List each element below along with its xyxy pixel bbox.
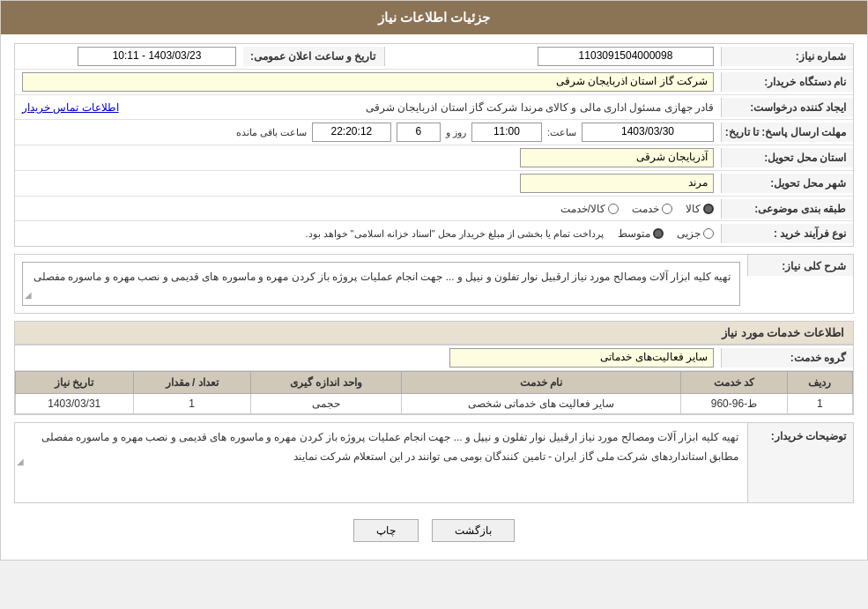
description-text: تهیه کلیه ابزار آلات ومصالح مورد نیاز ار… [22, 262, 740, 306]
cell-unit: حجمی [250, 394, 401, 414]
order-number-label: شماره نیاز: [721, 47, 853, 66]
buyer-notes-text: تهیه کلیه ابزار آلات ومصالح مورد نیاز ار… [15, 423, 747, 472]
col-code: کد خدمت [681, 372, 787, 394]
back-button[interactable]: بازگشت [432, 519, 515, 542]
province-row: استان محل تحویل: آذربایجان شرقی [15, 145, 853, 171]
announce-label: تاریخ و ساعت اعلان عمومی: [243, 47, 385, 66]
deadline-date-input: 1403/03/30 [582, 123, 714, 142]
province-input: آذربایجان شرقی [520, 148, 714, 167]
process-label: نوع فرآیند خرید : [721, 224, 853, 243]
contact-link[interactable]: اطلاعات تماس خریدار [22, 101, 119, 114]
process-row: نوع فرآیند خرید : جزیی متوسط پرداخت تمام… [15, 221, 853, 246]
services-table-body: 1 ط-96-960 سایر فعالیت های خدماتی شخصی ح… [16, 394, 853, 414]
page-header: جزئیات اطلاعات نیاز [1, 1, 867, 34]
creator-value: قادر جهازی مسئول اداری مالی و کالای مرند… [124, 101, 714, 114]
category-option-3[interactable]: کالا/خدمت [560, 203, 619, 215]
col-rownum: ردیف [787, 372, 852, 394]
col-unit: واحد اندازه گیری [250, 372, 401, 394]
city-input: مرند [520, 174, 714, 193]
cell-rownum: 1 [787, 394, 852, 414]
resize-icon: ◢ [25, 287, 32, 303]
category-radio-3[interactable] [608, 204, 619, 214]
category-option-1[interactable]: کالا [686, 203, 714, 215]
page-title: جزئیات اطلاعات نیاز [378, 10, 490, 25]
creator-value-cell: قادر جهازی مسئول اداری مالی و کالای مرند… [15, 99, 721, 116]
city-value-cell: مرند [15, 171, 721, 196]
cell-date: 1403/03/31 [16, 394, 134, 414]
services-form: گروه خدمت: سایر فعالیت‌های خدماتی ردیف ک… [14, 345, 854, 415]
services-header-row: ردیف کد خدمت نام خدمت واحد اندازه گیری ت… [16, 372, 853, 394]
cell-name: سایر فعالیت های خدماتی شخصی [401, 394, 681, 414]
services-table-head: ردیف کد خدمت نام خدمت واحد اندازه گیری ت… [16, 372, 853, 394]
category-label-3: کالا/خدمت [560, 203, 605, 215]
order-number-value-cell: 1103091504000098 [385, 44, 721, 69]
col-name: نام خدمت [401, 372, 681, 394]
creator-label: ایجاد کننده درخواست: [721, 98, 853, 117]
category-radio-1[interactable] [703, 204, 714, 214]
category-option-2[interactable]: خدمت [632, 203, 672, 215]
deadline-day-label: روز و [446, 127, 466, 138]
services-table: ردیف کد خدمت نام خدمت واحد اندازه گیری ت… [15, 371, 853, 414]
city-label: شهر محل تحویل: [721, 174, 853, 193]
category-radio-group: کالا خدمت کالا/خدمت [560, 203, 714, 215]
cell-qty: 1 [133, 394, 250, 414]
page-container: جزئیات اطلاعات نیاز شماره نیاز: 11030915… [0, 0, 868, 561]
deadline-remaining-label: ساعت باقی مانده [236, 127, 307, 138]
province-label: استان محل تحویل: [721, 148, 853, 167]
city-row: شهر محل تحویل: مرند [15, 171, 853, 197]
process-label-2: متوسط [618, 227, 650, 240]
group-row: گروه خدمت: سایر فعالیت‌های خدماتی [15, 345, 853, 371]
process-option-1[interactable]: جزیی [677, 227, 714, 240]
category-label-1: کالا [686, 203, 701, 215]
process-option-2[interactable]: متوسط [618, 227, 664, 240]
description-row: شرح کلی نیاز: تهیه کلیه ابزار آلات ومصال… [15, 255, 853, 313]
deadline-value-cell: 1403/03/30 ساعت: 11:00 روز و 6 22:20:12 … [15, 120, 721, 145]
announce-value-cell: 1403/03/23 - 10:11 [15, 44, 243, 69]
deadline-days-input: 6 [397, 123, 441, 142]
category-radio-2[interactable] [662, 204, 672, 214]
services-section: اطلاعات خدمات مورد نیاز گروه خدمت: سایر … [14, 321, 854, 415]
main-form: شماره نیاز: 1103091504000098 تاریخ و ساع… [14, 43, 854, 247]
description-section: شرح کلی نیاز: تهیه کلیه ابزار آلات ومصال… [14, 254, 854, 314]
process-radio-2[interactable] [653, 228, 664, 239]
group-value: سایر فعالیت‌های خدماتی [15, 345, 721, 370]
province-value-cell: آذربایجان شرقی [15, 145, 721, 170]
process-note: پرداخت تمام یا بخشی از مبلغ خریدار محل "… [305, 228, 604, 240]
category-label: طبقه بندی موضوعی: [721, 199, 853, 219]
requester-value-cell: شرکت گاز استان اذربایجان شرقی [15, 70, 721, 94]
table-row: 1 ط-96-960 سایر فعالیت های خدماتی شخصی ح… [16, 394, 853, 414]
main-content: شماره نیاز: 1103091504000098 تاریخ و ساع… [1, 34, 867, 560]
resize-icon-2: ◢ [17, 454, 24, 470]
category-label-2: خدمت [632, 203, 659, 215]
order-number-row: شماره نیاز: 1103091504000098 تاریخ و ساع… [15, 44, 853, 70]
category-row: طبقه بندی موضوعی: کالا خدمت [15, 197, 853, 221]
deadline-remaining-input: 22:20:12 [312, 123, 391, 142]
process-radio-1[interactable] [703, 228, 714, 239]
print-button[interactable]: چاپ [353, 519, 419, 542]
category-value-cell: کالا خدمت کالا/خدمت [15, 200, 721, 218]
cell-code: ط-96-960 [681, 394, 787, 414]
deadline-time-label: ساعت: [547, 127, 576, 138]
buyer-notes-section: توضیحات خریدار: تهیه کلیه ابزار آلات ومص… [14, 422, 854, 503]
group-input: سایر فعالیت‌های خدماتی [449, 348, 714, 368]
services-header: اطلاعات خدمات مورد نیاز [14, 321, 854, 345]
buyer-notes-label: توضیحات خریدار: [747, 423, 853, 502]
process-value-cell: جزیی متوسط پرداخت تمام یا بخشی از مبلغ خ… [15, 225, 721, 242]
process-label-1: جزیی [677, 227, 701, 240]
deadline-label: مهلت ارسال پاسخ: تا تاریخ: [721, 123, 853, 142]
group-label: گروه خدمت: [721, 348, 853, 368]
button-row: بازگشت چاپ [14, 510, 854, 551]
col-qty: تعداد / مقدار [133, 372, 250, 394]
announce-input: 1403/03/23 - 10:11 [78, 47, 236, 66]
col-date: تاریخ نیاز [16, 372, 134, 394]
deadline-inner: 1403/03/30 ساعت: 11:00 روز و 6 22:20:12 … [236, 123, 714, 142]
creator-row: ایجاد کننده درخواست: قادر جهازی مسئول اد… [15, 95, 853, 120]
requester-row: نام دستگاه خریدار: شرکت گاز استان اذربای… [15, 70, 853, 95]
deadline-row: مهلت ارسال پاسخ: تا تاریخ: 1403/03/30 سا… [15, 120, 853, 145]
requester-input: شرکت گاز استان اذربایجان شرقی [22, 72, 714, 92]
description-label: شرح کلی نیاز: [747, 255, 853, 276]
deadline-time-input: 11:00 [471, 123, 542, 142]
requester-label: نام دستگاه خریدار: [721, 72, 853, 92]
process-radio-group: جزیی متوسط [618, 227, 714, 240]
description-value-cell: تهیه کلیه ابزار آلات ومصالح مورد نیاز ار… [15, 255, 747, 313]
